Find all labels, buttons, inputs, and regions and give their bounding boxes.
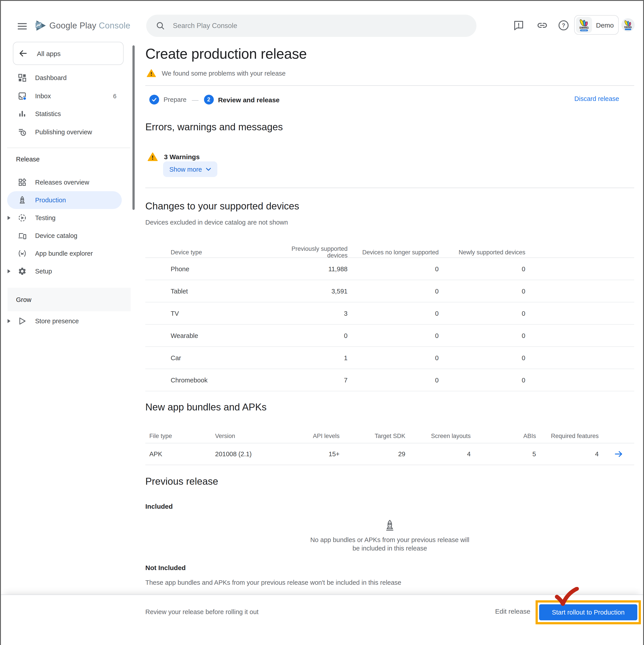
logo-text-primary: Google Play bbox=[49, 21, 96, 30]
current-app-name: Demo bbox=[596, 21, 614, 29]
release-problems-banner: We found some problems with your release bbox=[147, 69, 286, 77]
col-header-target-sdk: Target SDK bbox=[340, 432, 405, 439]
sidebar-item-inbox[interactable]: Inbox 6 bbox=[1, 87, 131, 105]
bottom-action-bar: Review your release before rolling it ou… bbox=[1, 595, 643, 645]
play-logo-icon bbox=[34, 20, 46, 32]
inbox-icon bbox=[18, 91, 27, 100]
svg-text:?: ? bbox=[562, 22, 565, 28]
logo-text-secondary: Console bbox=[99, 21, 130, 30]
menu-icon[interactable] bbox=[17, 21, 27, 31]
sidebar-item-label: Testing bbox=[35, 214, 55, 221]
sidebar-item-dashboard[interactable]: Dashboard bbox=[1, 69, 131, 87]
new-bundles-table: File type Version API levels Target SDK … bbox=[145, 429, 634, 465]
app-switcher-chip[interactable]: SWING OFFICIAL Demo bbox=[574, 15, 619, 35]
empty-state-text-line1: No app bundles or APKs from your previou… bbox=[257, 536, 523, 544]
warning-triangle-icon bbox=[147, 69, 156, 77]
publishing-overview-icon bbox=[18, 128, 27, 137]
production-rocket-icon bbox=[18, 196, 27, 205]
sidebar-item-production[interactable]: Production bbox=[7, 191, 122, 209]
expand-caret-icon bbox=[7, 269, 11, 273]
errors-warnings-heading: Errors, warnings and messages bbox=[145, 122, 283, 133]
annotation-highlight-box: Start rollout to Production bbox=[536, 600, 641, 624]
sidebar-item-store-presence[interactable]: Store presence bbox=[1, 312, 131, 330]
grow-label: Grow bbox=[16, 296, 31, 303]
sidebar-item-publishing-overview[interactable]: Publishing overview bbox=[1, 123, 131, 141]
table-row: Phone11,98800 bbox=[145, 258, 634, 280]
supported-devices-table: Device type Previously supported devices… bbox=[145, 245, 634, 391]
previous-release-empty-state: No app bundles or APKs from your previou… bbox=[257, 519, 523, 553]
step-connector: — bbox=[192, 96, 199, 103]
show-more-label: Show more bbox=[169, 166, 202, 173]
sidebar-item-statistics[interactable]: Statistics bbox=[1, 105, 131, 123]
sidebar-item-label: Statistics bbox=[35, 110, 61, 118]
expand-caret-icon bbox=[7, 319, 11, 323]
search-bar[interactable] bbox=[146, 15, 476, 37]
discard-release-link[interactable]: Discard release bbox=[575, 95, 619, 102]
divider bbox=[145, 188, 634, 188]
col-header-required-features: Required features bbox=[536, 432, 599, 439]
previous-release-heading: Previous release bbox=[145, 476, 218, 487]
search-input[interactable] bbox=[172, 21, 467, 30]
svg-text:OFFICIAL: OFFICIAL bbox=[581, 30, 587, 31]
warnings-count-row: 3 Warnings bbox=[147, 152, 200, 161]
store-presence-icon bbox=[18, 316, 27, 326]
setup-gear-icon bbox=[18, 267, 27, 276]
help-icon[interactable]: ? bbox=[558, 20, 569, 31]
col-header-abis: ABIs bbox=[471, 432, 536, 439]
rocket-icon bbox=[384, 519, 395, 531]
edit-release-button[interactable]: Edit release bbox=[495, 607, 530, 615]
bundles-table-header: File type Version API levels Target SDK … bbox=[145, 429, 634, 443]
bundle-details-arrow[interactable] bbox=[599, 450, 634, 458]
banner-text: We found some problems with your release bbox=[162, 69, 286, 77]
sidebar-item-label: Publishing overview bbox=[35, 129, 92, 136]
table-row: APK 201008 (2.1) 15+ 29 4 5 4 bbox=[145, 443, 634, 465]
sidebar-item-label: Production bbox=[35, 197, 66, 204]
warning-triangle-icon bbox=[147, 152, 158, 161]
sidebar-item-device-catalog[interactable]: Device catalog bbox=[1, 227, 131, 245]
table-row: Car100 bbox=[145, 347, 634, 369]
back-arrow-icon bbox=[18, 48, 28, 58]
review-hint-text: Review your release before rolling it ou… bbox=[145, 608, 259, 615]
table-row: Wearable000 bbox=[145, 325, 634, 347]
sidebar-item-releases-overview[interactable]: Releases overview bbox=[1, 173, 131, 191]
step1-label: Prepare bbox=[164, 96, 187, 103]
col-header-version: Version bbox=[215, 432, 295, 439]
step1-check-icon bbox=[149, 95, 159, 104]
show-more-button[interactable]: Show more bbox=[163, 161, 218, 177]
link-icon[interactable] bbox=[537, 20, 548, 31]
sidebar-item-label: Releases overview bbox=[35, 179, 89, 186]
chevron-down-icon bbox=[206, 167, 211, 171]
sidebar-divider bbox=[7, 148, 130, 148]
sidebar-item-label: Dashboard bbox=[35, 74, 67, 81]
empty-state-text-line2: be included in this release bbox=[257, 544, 523, 553]
release-stepper: Prepare — 2 Review and release bbox=[149, 95, 280, 104]
svg-text:SWING: SWING bbox=[624, 26, 632, 28]
sidebar-scrollbar[interactable] bbox=[132, 45, 135, 210]
table-row: Chromebook700 bbox=[145, 369, 634, 391]
col-header-api-levels: API levels bbox=[295, 432, 340, 439]
warnings-count: 3 Warnings bbox=[164, 153, 200, 161]
divider bbox=[145, 85, 634, 86]
page-title: Create production release bbox=[145, 46, 307, 62]
new-bundles-heading: New app bundles and APKs bbox=[145, 402, 267, 413]
col-header-device-type: Device type bbox=[171, 249, 280, 255]
play-console-page: Google Play Console ? SWING OFFICIAL bbox=[0, 0, 644, 645]
annotation-checkmark-icon bbox=[553, 587, 580, 607]
table-row: TV300 bbox=[145, 302, 634, 325]
sidebar-item-testing[interactable]: Testing bbox=[1, 209, 131, 227]
supported-devices-heading: Changes to your supported devices bbox=[145, 201, 299, 212]
svg-text:SWING: SWING bbox=[579, 26, 589, 29]
feedback-icon[interactable] bbox=[513, 20, 525, 31]
app-icon: SWING OFFICIAL bbox=[576, 17, 592, 33]
google-play-console-logo: Google Play Console bbox=[34, 20, 130, 32]
sidebar-item-app-bundle-explorer[interactable]: App bundle explorer bbox=[1, 245, 131, 262]
all-apps-label: All apps bbox=[37, 50, 61, 57]
col-header-screen-layouts: Screen layouts bbox=[405, 432, 471, 439]
search-icon bbox=[156, 21, 165, 30]
col-header-newly-supported: Newly supported devices bbox=[439, 249, 525, 255]
all-apps-button[interactable]: All apps bbox=[13, 42, 123, 65]
sidebar-item-setup[interactable]: Setup bbox=[1, 262, 131, 280]
app-bundle-explorer-icon bbox=[18, 249, 27, 258]
account-avatar[interactable]: SWING bbox=[621, 18, 635, 32]
dashboard-icon bbox=[18, 73, 27, 82]
